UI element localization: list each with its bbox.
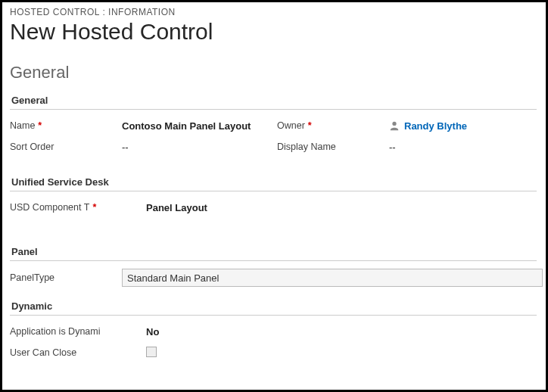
- label-name: Name: [10, 120, 35, 131]
- label-sort-order: Sort Order: [10, 142, 54, 152]
- row-user-can-close: User Can Close: [10, 344, 544, 361]
- value-owner[interactable]: Randy Blythe: [389, 120, 544, 132]
- row-app-dynamic: Application is Dynami No: [10, 323, 544, 340]
- form-body: General Name * Contoso Main Panel Layout…: [8, 90, 546, 361]
- owner-link-text: Randy Blythe: [404, 120, 467, 132]
- label-display-name: Display Name: [277, 142, 336, 152]
- row-usd-component: USD Component T * Panel Layout: [10, 199, 544, 216]
- required-marker: *: [308, 120, 312, 131]
- value-usd-component-type[interactable]: Panel Layout: [146, 202, 544, 213]
- label-owner: Owner: [277, 120, 305, 131]
- label-usd-component-type: USD Component T: [10, 202, 89, 213]
- value-name[interactable]: Contoso Main Panel Layout: [122, 120, 277, 132]
- label-panel-type: PanelType: [10, 272, 54, 283]
- label-app-is-dynamic: Application is Dynami: [10, 326, 101, 337]
- subsection-general: General: [10, 90, 537, 110]
- row-name-owner: Name * Contoso Main Panel Layout Owner *: [10, 117, 544, 134]
- row-panel-type: PanelType Standard Main Panel: [10, 269, 544, 287]
- page-title: New Hosted Control: [8, 17, 546, 58]
- value-sort-order[interactable]: --: [122, 142, 277, 153]
- select-panel-type[interactable]: Standard Main Panel: [122, 269, 543, 287]
- label-user-can-close: User Can Close: [10, 347, 76, 358]
- checkbox-user-can-close[interactable]: [146, 347, 157, 357]
- subsection-dynamic: Dynamic: [10, 296, 537, 316]
- select-panel-type-value: Standard Main Panel: [127, 272, 219, 284]
- row-sort-display: Sort Order -- Display Name --: [10, 138, 544, 155]
- breadcrumb: HOSTED CONTROL : INFORMATION: [8, 5, 546, 17]
- svg-point-0: [392, 122, 396, 126]
- person-icon: [389, 120, 400, 131]
- value-app-is-dynamic[interactable]: No: [146, 326, 544, 338]
- subsection-usd: Unified Service Desk: [10, 172, 537, 191]
- section-title-general: General: [8, 58, 546, 90]
- required-marker: *: [38, 120, 42, 131]
- value-display-name[interactable]: --: [389, 142, 544, 153]
- required-marker: *: [92, 202, 96, 213]
- form-window: HOSTED CONTROL : INFORMATION New Hosted …: [0, 0, 548, 392]
- subsection-panel: Panel: [10, 241, 537, 261]
